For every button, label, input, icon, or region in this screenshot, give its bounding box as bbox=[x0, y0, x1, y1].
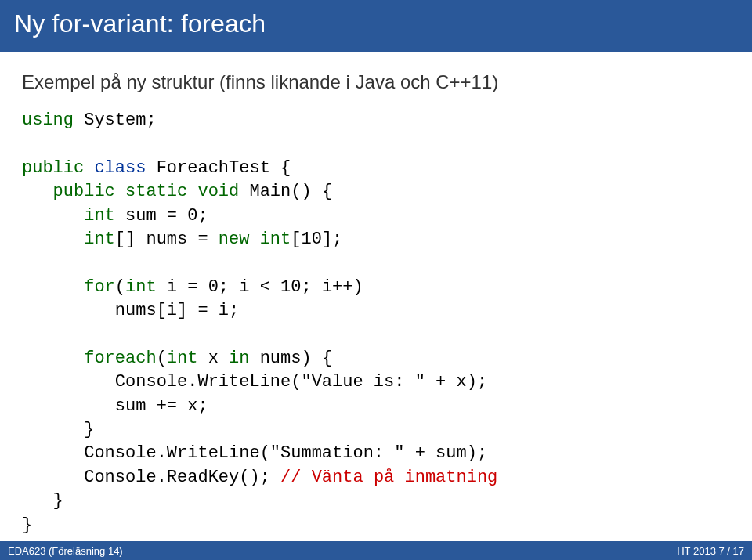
code-token: [] nums = bbox=[115, 229, 219, 249]
code-token: Console.ReadKey(); bbox=[22, 468, 280, 487]
code-token: ForeachTest { bbox=[146, 158, 291, 178]
code-token: ( bbox=[115, 277, 125, 297]
code-token: public bbox=[22, 182, 115, 201]
code-token: int bbox=[22, 229, 115, 249]
code-token: for bbox=[22, 277, 115, 297]
code-token: public bbox=[22, 158, 84, 178]
code-comment: // Vänta på inmatning bbox=[280, 468, 497, 487]
code-token: nums[i] = i; bbox=[22, 301, 239, 320]
code-token: new bbox=[219, 229, 250, 249]
code-token: Console.WriteLine("Summation: " + sum); bbox=[22, 443, 487, 463]
slide: Ny for-variant: foreach Exempel på ny st… bbox=[0, 0, 752, 560]
code-token: sum += x; bbox=[22, 396, 208, 416]
code-token: [10]; bbox=[291, 229, 342, 249]
code-block: using System; public class ForeachTest {… bbox=[22, 109, 730, 537]
code-token: in bbox=[229, 349, 249, 368]
code-token: } bbox=[22, 491, 63, 511]
footer-left: EDA623 (Föreläsning 14) bbox=[8, 545, 123, 557]
code-token: int bbox=[249, 229, 291, 249]
code-token: sum = 0; bbox=[115, 206, 208, 226]
code-token: System; bbox=[74, 110, 157, 130]
slide-body: Exempel på ny struktur (finns liknande i… bbox=[0, 52, 752, 537]
code-token: } bbox=[22, 420, 94, 439]
code-token: int bbox=[125, 277, 157, 297]
code-token: Main() { bbox=[239, 182, 332, 201]
code-token: int bbox=[167, 349, 198, 368]
footer-right: HT 2013 7 / 17 bbox=[677, 545, 744, 557]
code-token: ( bbox=[157, 349, 167, 368]
title-bar: Ny for-variant: foreach bbox=[0, 0, 752, 52]
code-token: static bbox=[115, 182, 187, 201]
code-token: void bbox=[187, 182, 239, 201]
code-token: class bbox=[84, 158, 146, 178]
code-token: i = 0; i < 10; i++) bbox=[157, 277, 363, 297]
footer-bar: EDA623 (Föreläsning 14) HT 2013 7 / 17 bbox=[0, 541, 752, 560]
code-token: x bbox=[197, 349, 229, 368]
code-token: nums) { bbox=[249, 349, 332, 368]
code-token: int bbox=[22, 206, 115, 226]
code-token: using bbox=[22, 110, 74, 130]
code-token: } bbox=[22, 515, 32, 535]
code-token: Console.WriteLine("Value is: " + x); bbox=[22, 372, 487, 392]
intro-text: Exempel på ny struktur (finns liknande i… bbox=[22, 70, 730, 95]
slide-title: Ny for-variant: foreach bbox=[14, 9, 738, 38]
code-token: foreach bbox=[22, 349, 157, 368]
